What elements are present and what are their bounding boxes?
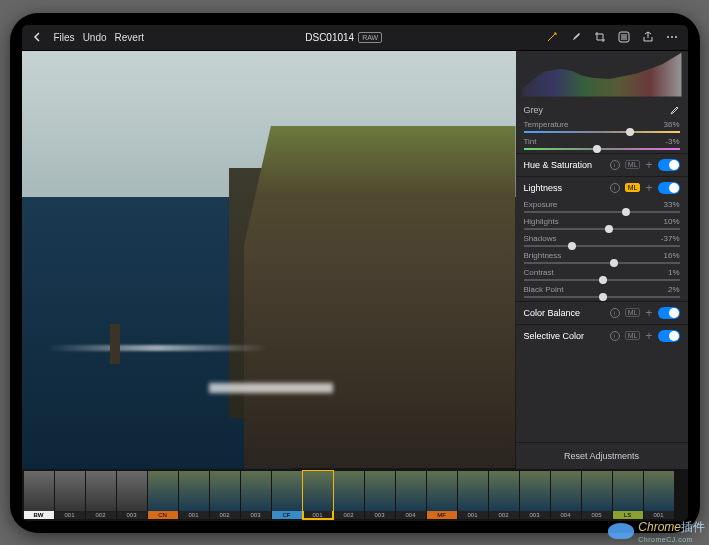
preset-thumbnail[interactable]: 004 bbox=[396, 471, 426, 519]
preset-thumbnail[interactable]: 003 bbox=[241, 471, 271, 519]
thumbnail-label: CN bbox=[148, 511, 178, 519]
photo-preview bbox=[22, 51, 516, 469]
thumbnail-image bbox=[303, 471, 333, 511]
ml-badge[interactable]: ML bbox=[625, 331, 641, 340]
lightness-toggle[interactable] bbox=[658, 182, 680, 194]
preset-thumbnail[interactable]: 004 bbox=[551, 471, 581, 519]
selective-color-header[interactable]: Selective Color i ML + bbox=[516, 324, 688, 347]
thumbnail-label: 004 bbox=[396, 511, 426, 519]
add-icon[interactable]: + bbox=[645, 182, 652, 194]
back-icon[interactable] bbox=[30, 29, 46, 45]
eyedropper-icon[interactable] bbox=[668, 104, 680, 116]
thumbnail-image bbox=[86, 471, 116, 511]
preset-thumbnail[interactable]: CF bbox=[272, 471, 302, 519]
preset-thumbnail[interactable]: MF bbox=[427, 471, 457, 519]
ml-badge-active[interactable]: ML bbox=[625, 183, 641, 192]
add-icon[interactable]: + bbox=[645, 159, 652, 171]
thumbnail-label: 002 bbox=[334, 511, 364, 519]
selective-color-title: Selective Color bbox=[524, 331, 585, 341]
photo-canvas[interactable] bbox=[22, 51, 516, 469]
temperature-label: Temperature bbox=[524, 120, 569, 129]
thumbnail-label: 001 bbox=[458, 511, 488, 519]
color-balance-title: Color Balance bbox=[524, 308, 581, 318]
highlights-slider[interactable]: Highlights10% bbox=[516, 216, 688, 233]
slider-value: 33% bbox=[663, 200, 679, 209]
revert-button[interactable]: Revert bbox=[115, 32, 144, 43]
preset-thumbnail[interactable]: 001 bbox=[303, 471, 333, 519]
adjustments-panel: Grey Temperature 36% Tint -3% bbox=[516, 51, 688, 469]
thumbnail-label: MF bbox=[427, 511, 457, 519]
add-icon[interactable]: + bbox=[645, 307, 652, 319]
preset-thumbnail[interactable]: 003 bbox=[117, 471, 147, 519]
info-icon[interactable]: i bbox=[610, 331, 620, 341]
selective-color-toggle[interactable] bbox=[658, 330, 680, 342]
lightness-header[interactable]: Lightness i ML + bbox=[516, 176, 688, 199]
top-toolbar: Files Undo Revert DSC01014 RAW bbox=[22, 25, 688, 51]
preset-thumbnail[interactable]: 002 bbox=[210, 471, 240, 519]
app-screen: Files Undo Revert DSC01014 RAW bbox=[22, 25, 688, 521]
info-icon[interactable]: i bbox=[610, 160, 620, 170]
thumbnail-image bbox=[582, 471, 612, 511]
preset-thumbnail[interactable]: 001 bbox=[179, 471, 209, 519]
histogram[interactable] bbox=[522, 51, 682, 97]
slider-label: Black Point bbox=[524, 285, 564, 294]
thumbnail-label: 004 bbox=[551, 511, 581, 519]
thumbnail-label: 003 bbox=[365, 511, 395, 519]
thumbnail-image bbox=[117, 471, 147, 511]
black-point-slider[interactable]: Black Point2% bbox=[516, 284, 688, 301]
thumbnail-label: 002 bbox=[489, 511, 519, 519]
preset-thumbnail[interactable]: 003 bbox=[365, 471, 395, 519]
hue-saturation-header[interactable]: Hue & Saturation i ML + bbox=[516, 153, 688, 176]
preset-thumbnail[interactable]: LS bbox=[613, 471, 643, 519]
preset-thumbnail[interactable]: 002 bbox=[334, 471, 364, 519]
preset-thumbnail[interactable]: 001 bbox=[55, 471, 85, 519]
exposure-slider[interactable]: Exposure33% bbox=[516, 199, 688, 216]
ml-badge[interactable]: ML bbox=[625, 160, 641, 169]
tint-label: Tint bbox=[524, 137, 537, 146]
color-balance-toggle[interactable] bbox=[658, 307, 680, 319]
thumbnail-image bbox=[24, 471, 54, 511]
thumbnail-image bbox=[365, 471, 395, 511]
preset-thumbnail[interactable]: BW bbox=[24, 471, 54, 519]
ml-badge[interactable]: ML bbox=[625, 308, 641, 317]
contrast-slider[interactable]: Contrast1% bbox=[516, 267, 688, 284]
share-icon[interactable] bbox=[640, 29, 656, 45]
wb-preset-label[interactable]: Grey bbox=[524, 105, 544, 115]
info-icon[interactable]: i bbox=[610, 308, 620, 318]
shadows-slider[interactable]: Shadows-37% bbox=[516, 233, 688, 250]
thumbnail-image bbox=[55, 471, 85, 511]
thumbnail-image bbox=[334, 471, 364, 511]
slider-value: 1% bbox=[668, 268, 680, 277]
tint-slider[interactable]: Tint -3% bbox=[516, 136, 688, 153]
files-button[interactable]: Files bbox=[54, 32, 75, 43]
color-balance-header[interactable]: Color Balance i ML + bbox=[516, 301, 688, 324]
wand-icon[interactable] bbox=[544, 29, 560, 45]
undo-button[interactable]: Undo bbox=[83, 32, 107, 43]
slider-value: 2% bbox=[668, 285, 680, 294]
svg-point-3 bbox=[675, 36, 677, 38]
more-icon[interactable] bbox=[664, 29, 680, 45]
add-icon[interactable]: + bbox=[645, 330, 652, 342]
thumbnail-image bbox=[396, 471, 426, 511]
thumbnail-label: 002 bbox=[86, 511, 116, 519]
preset-thumbnail[interactable]: 005 bbox=[582, 471, 612, 519]
preset-thumbnail[interactable]: CN bbox=[148, 471, 178, 519]
raw-badge: RAW bbox=[358, 32, 382, 43]
brush-icon[interactable] bbox=[568, 29, 584, 45]
hue-toggle[interactable] bbox=[658, 159, 680, 171]
preset-thumbnail[interactable]: 001 bbox=[644, 471, 674, 519]
reset-adjustments-button[interactable]: Reset Adjustments bbox=[516, 442, 688, 469]
info-icon[interactable]: i bbox=[610, 183, 620, 193]
brightness-slider[interactable]: Brightness16% bbox=[516, 250, 688, 267]
preset-thumbnail[interactable]: 002 bbox=[86, 471, 116, 519]
slider-label: Highlights bbox=[524, 217, 559, 226]
thumbnail-label: 001 bbox=[644, 511, 674, 519]
preset-thumbnail[interactable]: 002 bbox=[489, 471, 519, 519]
crop-icon[interactable] bbox=[592, 29, 608, 45]
adjustments-icon[interactable] bbox=[616, 29, 632, 45]
preset-thumbnail[interactable]: 003 bbox=[520, 471, 550, 519]
temperature-slider[interactable]: Temperature 36% bbox=[516, 119, 688, 136]
slider-label: Shadows bbox=[524, 234, 557, 243]
thumbnail-label: 001 bbox=[179, 511, 209, 519]
preset-thumbnail[interactable]: 001 bbox=[458, 471, 488, 519]
